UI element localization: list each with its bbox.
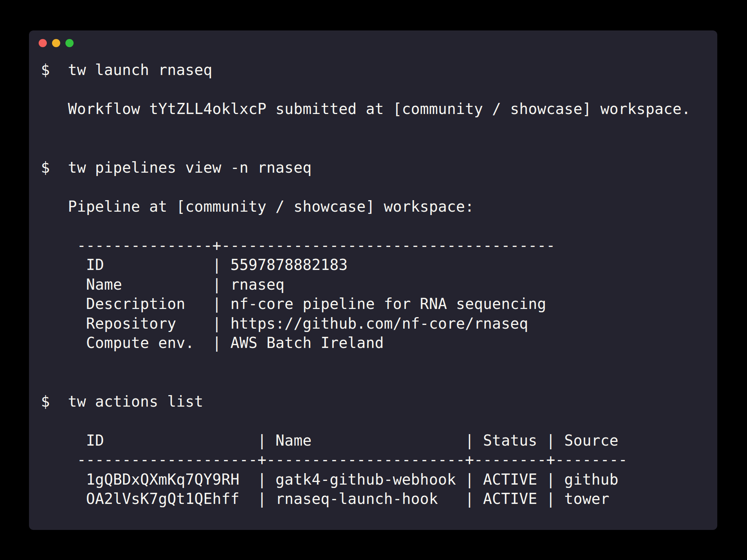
table-divider: --------------------+-------------------… [41,450,691,470]
blank-line [41,353,691,372]
blank-line [41,216,691,236]
blank-line [41,138,691,158]
table-row: Description | nf-core pipeline for RNA s… [41,294,691,314]
blank-line [41,411,691,431]
minimize-button[interactable] [52,39,60,47]
desktop-background: $ tw launch rnaseq Workflow tYtZLL4oklxc… [0,0,747,560]
blank-line [41,372,691,392]
table-row: Repository | https://github.com/nf-core/… [41,314,691,333]
table-divider: ---------------+------------------------… [41,236,691,255]
command-line: $ tw actions list [41,392,691,411]
output-line: Workflow tYtZLL4oklxcP submitted at [com… [41,99,691,119]
table-row: OA2lVsK7gQt1QEhff | rnaseq-launch-hook |… [41,489,691,509]
blank-line [41,119,691,139]
blank-line [41,177,691,197]
command-line: $ tw launch rnaseq [41,60,691,80]
blank-line [41,80,691,100]
terminal-content[interactable]: $ tw launch rnaseq Workflow tYtZLL4oklxc… [41,60,691,509]
table-row: Compute env. | AWS Batch Ireland [41,333,691,353]
table-row: ID | 5597878882183 [41,255,691,275]
table-row: Name | rnaseq [41,275,691,294]
command-line: $ tw pipelines view -n rnaseq [41,158,691,178]
window-titlebar [39,39,74,47]
close-button[interactable] [39,39,47,47]
zoom-button[interactable] [65,39,74,47]
table-header-row: ID | Name | Status | Source [41,431,691,450]
terminal-window: $ tw launch rnaseq Workflow tYtZLL4oklxc… [29,30,717,530]
table-row: 1gQBDxQXmKq7QY9RH | gatk4-github-webhook… [41,470,691,489]
output-line: Pipeline at [community / showcase] works… [41,197,691,216]
